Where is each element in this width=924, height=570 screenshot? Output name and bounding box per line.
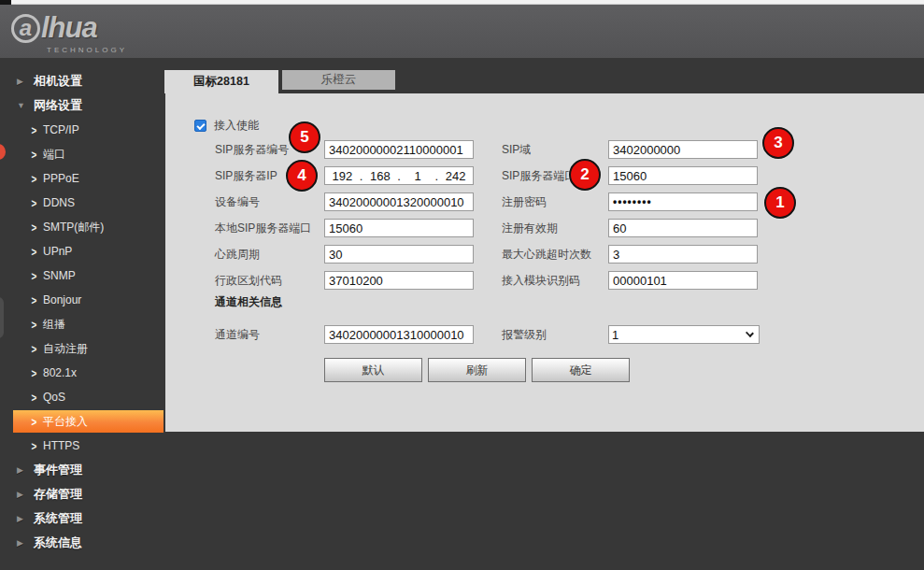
- channel-section-header: 通道相关信息: [215, 294, 282, 310]
- sidebar-item-label: 端口: [43, 147, 65, 163]
- header-banner: a lhua TECHNOLOGY: [0, 5, 924, 58]
- sidebar-item-pppoe[interactable]: > PPPoE: [0, 166, 165, 191]
- chevron-right-icon: >: [32, 342, 41, 355]
- device-id-label: 设备编号: [215, 192, 260, 211]
- sidebar-item-label: 组播: [43, 317, 65, 333]
- collapsed-arrow-icon: ▶: [17, 465, 28, 475]
- alarm-level-select-wrap: 1: [608, 325, 760, 344]
- sidebar-item-smtp[interactable]: > SMTP(邮件): [0, 215, 165, 239]
- alarm-level-select[interactable]: 1: [608, 325, 760, 344]
- sidebar-item-label: QoS: [43, 391, 65, 404]
- sidebar-item-label: UPnP: [43, 245, 72, 258]
- expanded-arrow-icon: ▼: [17, 101, 28, 110]
- heartbeat-period-input[interactable]: [324, 245, 474, 264]
- callout-badge-2: 2: [569, 159, 601, 191]
- sidebar-item-bonjour[interactable]: > Bonjour: [0, 288, 165, 312]
- access-module-id-input[interactable]: [608, 271, 758, 290]
- chevron-right-icon: >: [32, 293, 41, 306]
- chevron-right-icon: >: [32, 221, 41, 234]
- heartbeat-period-label: 心跳周期: [215, 245, 260, 264]
- sidebar-item-event-management[interactable]: ▶ 事件管理: [0, 458, 165, 482]
- sip-server-ip-input[interactable]: 192 . 168 . 1 . 242: [324, 166, 474, 185]
- register-valid-period-input[interactable]: [608, 219, 758, 237]
- sip-server-port-label: SIP服务器端口: [502, 166, 576, 185]
- sip-server-id-label: SIP服务器编号: [215, 140, 289, 159]
- refresh-button[interactable]: 刷新: [428, 358, 526, 382]
- sidebar-item-label: 事件管理: [34, 462, 82, 478]
- chevron-right-icon: >: [32, 148, 41, 161]
- sidebar-item-label: DDNS: [43, 196, 75, 209]
- sidebar-item-label: 系统管理: [34, 510, 82, 527]
- enable-access-checkbox[interactable]: [194, 120, 206, 132]
- callout-badge-5: 5: [289, 121, 320, 153]
- ip-octet-2: 168: [362, 169, 397, 183]
- sidebar-item-https[interactable]: > HTTPS: [0, 434, 165, 458]
- chevron-right-icon: >: [32, 123, 41, 136]
- dahua-logo-wordmark: a lhua: [11, 11, 127, 45]
- default-button[interactable]: 默认: [324, 358, 422, 382]
- device-id-input[interactable]: [324, 192, 474, 211]
- dahua-logo-subtitle: TECHNOLOGY: [47, 46, 127, 54]
- chevron-right-icon: >: [32, 439, 41, 452]
- sip-domain-input[interactable]: [608, 140, 758, 159]
- local-sip-port-label: 本地SIP服务器端口: [215, 219, 311, 237]
- register-password-label: 注册密码: [502, 192, 547, 211]
- sidebar-item-802-1x[interactable]: > 802.1x: [0, 361, 165, 385]
- sidebar-item-tcpip[interactable]: > TCP/IP: [0, 118, 165, 142]
- tab-gb28181[interactable]: 国标28181: [164, 70, 278, 93]
- chevron-right-icon: >: [32, 245, 41, 258]
- sidebar-item-qos[interactable]: > QoS: [0, 385, 165, 409]
- sip-domain-label: SIP域: [502, 140, 531, 159]
- alarm-level-label: 报警级别: [502, 325, 547, 344]
- confirm-button[interactable]: 确定: [532, 358, 630, 382]
- sidebar-item-camera-settings[interactable]: ▶ 相机设置: [0, 69, 165, 93]
- sidebar-item-port[interactable]: > 端口: [0, 142, 165, 166]
- sidebar-item-system-info[interactable]: ▶ 系统信息: [0, 531, 165, 555]
- sidebar-item-storage-management[interactable]: ▶ 存储管理: [0, 482, 165, 506]
- access-module-id-label: 接入模块识别码: [502, 271, 580, 290]
- sip-server-id-input[interactable]: [324, 140, 474, 159]
- sidebar-item-label: Bonjour: [43, 293, 81, 306]
- sidebar-item-multicast[interactable]: > 组播: [0, 312, 165, 336]
- channel-id-input[interactable]: [324, 325, 474, 344]
- admin-region-code-input[interactable]: [324, 271, 474, 290]
- enable-access-label: 接入使能: [214, 118, 259, 134]
- sidebar-item-upnp[interactable]: > UPnP: [0, 239, 165, 264]
- dahua-logo: a lhua TECHNOLOGY: [11, 11, 127, 54]
- sidebar-item-platform-access[interactable]: > 平台接入: [13, 410, 163, 433]
- sidebar-item-label: TCP/IP: [43, 123, 79, 136]
- chevron-right-icon: >: [32, 318, 41, 331]
- admin-region-code-label: 行政区划代码: [215, 271, 282, 290]
- dahua-logo-text: lhua: [41, 11, 97, 45]
- ip-octet-3: 1: [401, 169, 435, 183]
- chevron-right-icon: >: [32, 196, 41, 209]
- chevron-right-icon: >: [32, 269, 41, 282]
- chevron-right-icon: >: [32, 415, 41, 428]
- callout-badge-3: 3: [762, 127, 794, 159]
- sidebar-item-network-settings[interactable]: ▼ 网络设置: [0, 93, 165, 118]
- sidebar-item-label: HTTPS: [43, 439, 79, 452]
- sidebar-item-label: 存储管理: [34, 486, 82, 503]
- sidebar-item-ddns[interactable]: > DDNS: [0, 191, 165, 215]
- max-heartbeat-timeouts-label: 最大心跳超时次数: [502, 245, 591, 264]
- sidebar-item-snmp[interactable]: > SNMP: [0, 264, 165, 288]
- local-sip-port-input[interactable]: [324, 219, 474, 237]
- sidebar-item-label: 自动注册: [43, 341, 88, 357]
- chevron-right-icon: >: [32, 172, 41, 185]
- sidebar-item-auto-register[interactable]: > 自动注册: [0, 336, 165, 361]
- callout-badge-1: 1: [764, 187, 796, 219]
- register-password-input[interactable]: [608, 192, 758, 211]
- chevron-right-icon: >: [32, 391, 41, 404]
- enable-access-row: 接入使能: [194, 118, 259, 134]
- sidebar-item-system-management[interactable]: ▶ 系统管理: [0, 506, 165, 531]
- chevron-right-icon: >: [32, 366, 41, 379]
- sip-server-port-input[interactable]: [608, 166, 758, 185]
- ip-octet-1: 192: [325, 169, 360, 183]
- tab-lechengyun[interactable]: 乐橙云: [282, 70, 395, 90]
- collapsed-arrow-icon: ▶: [17, 77, 28, 86]
- max-heartbeat-timeouts-input[interactable]: [608, 245, 758, 264]
- collapsed-arrow-icon: ▶: [17, 490, 28, 499]
- platform-access-panel: 接入使能 SIP服务器编号 SIP域 SIP服务器IP 192 . 168 . …: [165, 93, 924, 432]
- sip-server-ip-label: SIP服务器IP: [215, 166, 277, 185]
- sidebar-menu: ▶ 相机设置 ▼ 网络设置 > TCP/IP > 端口 > PPPoE > DD…: [0, 69, 165, 555]
